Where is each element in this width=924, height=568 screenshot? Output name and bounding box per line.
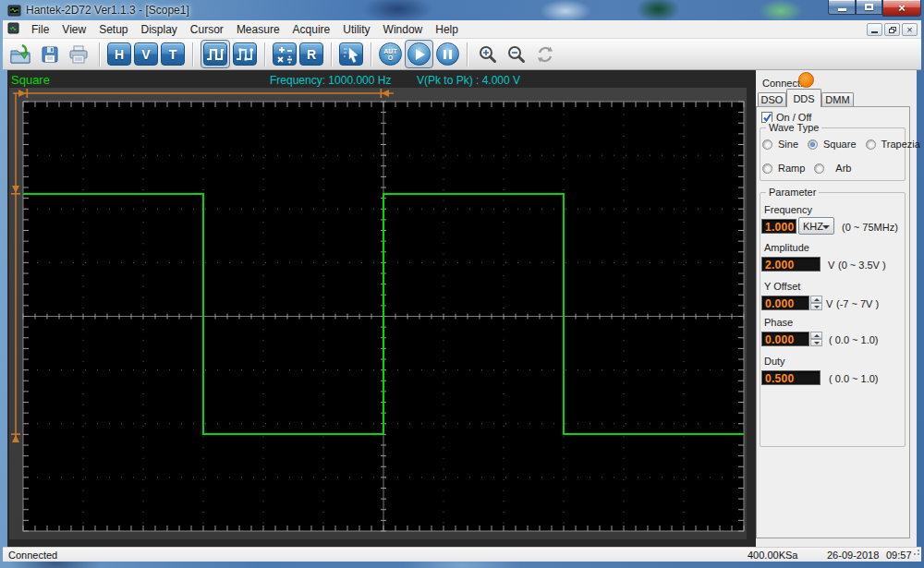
tab-dmm[interactable]: DMM bbox=[821, 92, 854, 106]
menu-acquire[interactable]: Acquire bbox=[286, 21, 337, 38]
auto-set-button[interactable]: AUTO bbox=[379, 42, 402, 66]
trigger-settings-button[interactable]: T bbox=[161, 42, 185, 66]
radio-arb-label: Arb bbox=[835, 163, 851, 174]
menu-measure[interactable]: Measure bbox=[230, 21, 286, 38]
mdi-minimize-button[interactable] bbox=[867, 23, 882, 36]
radio-ramp-label: Ramp bbox=[778, 163, 805, 174]
open-button[interactable] bbox=[8, 42, 34, 66]
menu-cursor[interactable]: Cursor bbox=[184, 21, 230, 38]
menu-help[interactable]: Help bbox=[429, 21, 465, 38]
mdi-restore-icon bbox=[889, 29, 894, 33]
menu-bar: File View Setup Display Cursor Measure A… bbox=[3, 20, 921, 39]
phase-range: ( 0.0 ~ 1.0) bbox=[829, 334, 879, 345]
menu-setup[interactable]: Setup bbox=[92, 21, 134, 38]
toolbar: H V T R AUTO bbox=[3, 39, 921, 70]
vpp-readout: V(Pk to Pk) : 4.000 V bbox=[417, 74, 520, 87]
open-icon bbox=[9, 43, 33, 66]
minimize-button[interactable] bbox=[828, 0, 856, 15]
radio-trapezia[interactable] bbox=[866, 139, 876, 150]
radio-sine[interactable] bbox=[762, 139, 772, 150]
y-offset-value-input[interactable]: 0.000 bbox=[761, 296, 809, 310]
scope-display bbox=[9, 88, 747, 539]
menu-window[interactable]: Window bbox=[377, 21, 430, 38]
status-date: 26-09-2018 bbox=[827, 550, 879, 561]
tab-dds[interactable]: DDS bbox=[786, 89, 821, 107]
frequency-label: Frequency bbox=[764, 204, 812, 215]
menu-file[interactable]: File bbox=[25, 21, 55, 38]
cursor-arrow-icon bbox=[341, 44, 361, 65]
amplitude-value-input[interactable]: 2.000 bbox=[761, 257, 821, 272]
radio-arb[interactable] bbox=[814, 163, 824, 174]
spin-down-icon bbox=[814, 306, 820, 308]
auto-label: AUTO bbox=[383, 48, 398, 61]
mdi-close-icon: × bbox=[906, 25, 912, 35]
square-wave-button[interactable] bbox=[203, 42, 227, 66]
frequency-value-input[interactable]: 1.000 bbox=[761, 219, 796, 234]
amplitude-marker[interactable] bbox=[11, 93, 20, 442]
spin-up-icon bbox=[814, 334, 820, 337]
radio-ramp[interactable] bbox=[762, 163, 772, 174]
menu-utility[interactable]: Utility bbox=[336, 21, 376, 38]
pause-icon bbox=[444, 50, 452, 59]
toolbar-separator bbox=[264, 42, 265, 66]
play-icon bbox=[416, 49, 425, 60]
y-offset-range: (-7 ~ 7V ) bbox=[836, 298, 879, 309]
mdi-close-button[interactable]: × bbox=[902, 23, 918, 36]
reference-button[interactable]: R bbox=[299, 42, 323, 66]
amplitude-label: Amplitude bbox=[764, 242, 809, 253]
zoom-in-button[interactable] bbox=[475, 42, 501, 66]
duty-value-input[interactable]: 0.500 bbox=[761, 370, 821, 385]
duty-label: Duty bbox=[764, 356, 785, 367]
horizontal-settings-button[interactable]: H bbox=[107, 42, 131, 66]
run-button[interactable] bbox=[407, 42, 431, 66]
menu-view[interactable]: View bbox=[55, 21, 92, 38]
zoom-out-button[interactable] bbox=[504, 42, 529, 66]
frequency-unit-value: KHZ bbox=[803, 221, 823, 232]
connect-label: Connect: bbox=[762, 78, 803, 89]
math-button[interactable] bbox=[273, 42, 297, 66]
vertical-label: V bbox=[141, 47, 150, 62]
phase-label: Phase bbox=[764, 317, 793, 328]
save-button[interactable] bbox=[37, 42, 63, 66]
amplitude-range: (0 ~ 3.5V ) bbox=[838, 260, 886, 271]
scope-document-icon[interactable] bbox=[7, 21, 19, 38]
radio-square[interactable] bbox=[808, 139, 818, 150]
trigger-label: T bbox=[169, 47, 177, 62]
math-operators-icon bbox=[274, 44, 295, 65]
connection-status: Connected bbox=[8, 550, 57, 561]
maximize-icon bbox=[865, 4, 873, 10]
resize-grip[interactable] bbox=[914, 550, 919, 555]
y-offset-spinner[interactable] bbox=[810, 296, 822, 310]
print-button[interactable] bbox=[66, 42, 91, 66]
menu-display[interactable]: Display bbox=[135, 21, 184, 38]
title-bar[interactable]: Hantek-2D72 Ver1.1.3 - [Scope1] × bbox=[0, 0, 924, 20]
magnifier-plus-icon bbox=[477, 43, 499, 66]
frequency-readout: Frequency: 1000.000 Hz bbox=[270, 74, 391, 87]
cursor-button[interactable] bbox=[339, 42, 363, 66]
vertical-settings-button[interactable]: V bbox=[134, 42, 158, 66]
magnifier-minus-icon bbox=[505, 43, 528, 66]
tab-dso[interactable]: DSO bbox=[758, 92, 786, 106]
status-time: 09:57 bbox=[886, 550, 912, 561]
period-marker[interactable] bbox=[13, 89, 394, 98]
frequency-unit-combo[interactable]: KHZ bbox=[798, 217, 834, 235]
save-icon bbox=[40, 44, 60, 65]
toolbar-separator bbox=[331, 42, 332, 66]
pause-button[interactable] bbox=[436, 42, 459, 66]
window-title: Hantek-2D72 Ver1.1.3 - [Scope1] bbox=[26, 4, 189, 17]
toolbar-separator bbox=[192, 42, 193, 66]
phase-value-input[interactable]: 0.000 bbox=[761, 332, 809, 346]
dds-side-panel: Connect: DSO DDS DMM On / Off Wave Type … bbox=[756, 70, 917, 547]
phase-spinner[interactable] bbox=[810, 332, 822, 346]
close-button[interactable]: × bbox=[882, 0, 921, 17]
radio-trapezia-label: Trapezia bbox=[881, 139, 920, 150]
refresh-button bbox=[532, 42, 558, 66]
y-offset-unit: V bbox=[826, 298, 833, 309]
maximize-button[interactable] bbox=[856, 0, 882, 15]
square-wave-mode-selected bbox=[201, 40, 230, 68]
toolbar-separator bbox=[371, 42, 371, 66]
waveform-record-button[interactable] bbox=[233, 42, 257, 66]
spin-up-icon bbox=[814, 298, 820, 301]
mdi-restore-button[interactable] bbox=[884, 23, 900, 36]
parameter-title: Parameter bbox=[766, 187, 819, 198]
